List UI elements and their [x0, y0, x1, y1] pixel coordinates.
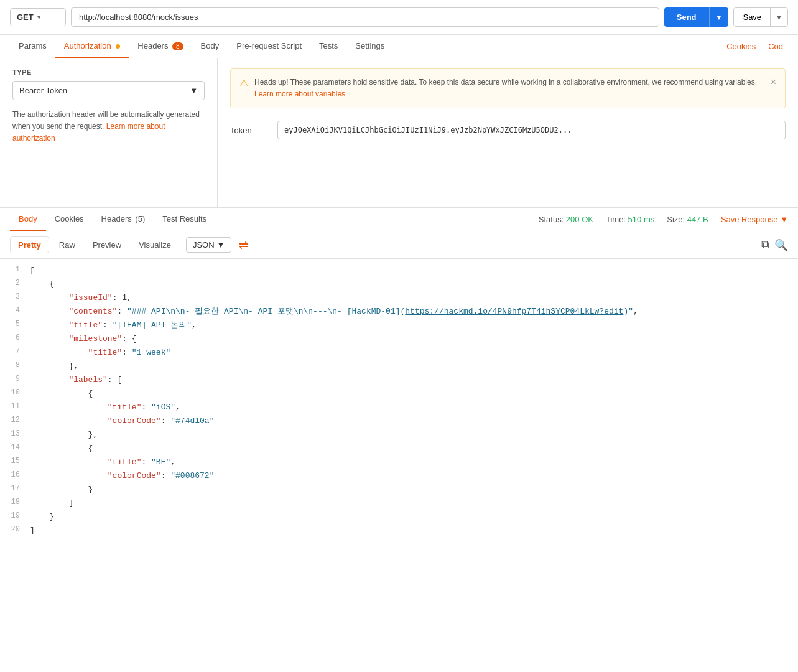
cookies-link[interactable]: Cookies: [721, 35, 761, 57]
json-number: 1: [122, 293, 127, 302]
tab-authorization[interactable]: Authorization: [55, 35, 129, 58]
json-link[interactable]: https://hackmd.io/4PN9hfp7T4ihSYCP04LkLw…: [405, 307, 623, 316]
code-line: 5 "title": "[TEAM] API 논의",: [0, 319, 798, 332]
json-plain: ,: [192, 320, 197, 330]
json-key: "title": [30, 457, 141, 467]
code-line: 8 },: [0, 360, 798, 373]
json-bracket: [: [30, 266, 35, 275]
resp-tab-body[interactable]: Body: [10, 208, 46, 231]
json-plain: :: [161, 416, 171, 426]
auth-left-panel: TYPE Bearer Token ▼ The authorization he…: [0, 58, 218, 207]
send-dropdown-button[interactable]: ▼: [709, 7, 729, 27]
auth-type-select[interactable]: Bearer Token ▼: [12, 81, 205, 100]
line-number: 2: [0, 278, 30, 291]
method-chevron-icon: ▼: [36, 14, 42, 21]
json-key: "issueId": [30, 293, 113, 302]
auth-right-panel: ⚠ Heads up! These parameters hold sensit…: [218, 58, 798, 207]
format-bar: Pretty Raw Preview Visualize JSON ▼ ⇌ ⧉ …: [0, 231, 798, 259]
alert-learn-more-link[interactable]: Learn more about variables: [254, 90, 345, 98]
tab-settings[interactable]: Settings: [346, 35, 393, 58]
line-content: "colorCode": "#74d10a": [30, 414, 798, 428]
line-number: 9: [0, 373, 30, 387]
line-number: 20: [0, 524, 30, 538]
line-number: 12: [0, 414, 30, 428]
save-dropdown-button[interactable]: ▼: [770, 8, 787, 26]
resp-tab-testresults[interactable]: Test Results: [154, 208, 215, 231]
json-key: "title": [30, 348, 122, 357]
json-string: )": [623, 307, 633, 316]
format-pretty-button[interactable]: Pretty: [10, 236, 49, 253]
method-select[interactable]: GET ▼: [10, 8, 66, 26]
token-input[interactable]: [277, 121, 786, 139]
copy-button[interactable]: ⧉: [761, 238, 769, 252]
code-line: 3 "issueId": 1,: [0, 291, 798, 305]
json-plain: },: [30, 362, 78, 371]
code-link[interactable]: Cod: [763, 35, 788, 57]
top-bar: GET ▼ Send ▼ Save ▼: [0, 0, 798, 35]
line-content: "title": "iOS",: [30, 401, 798, 414]
line-content: {: [30, 387, 798, 401]
tab-tests[interactable]: Tests: [310, 35, 346, 58]
size-value: 447 B: [687, 215, 708, 224]
line-number: 13: [0, 428, 30, 442]
json-plain: :: [113, 293, 123, 302]
line-content: "labels": [: [30, 373, 798, 387]
line-number: 5: [0, 319, 30, 332]
wrap-icon[interactable]: ⇌: [239, 238, 248, 252]
line-content: "issueId": 1,: [30, 291, 798, 305]
line-content: [: [30, 264, 798, 278]
json-plain: ,: [175, 403, 180, 412]
code-line: 16 "colorCode": "#008672": [0, 469, 798, 483]
format-raw-button[interactable]: Raw: [52, 237, 83, 253]
resp-tab-headers[interactable]: Headers (5): [93, 208, 154, 231]
json-plain: }: [30, 512, 54, 521]
method-label: GET: [17, 12, 34, 22]
save-response-button[interactable]: Save Response ▼: [721, 215, 788, 224]
tab-body[interactable]: Body: [192, 35, 228, 58]
tab-prerequest[interactable]: Pre-request Script: [228, 35, 310, 58]
json-plain: ,: [170, 457, 175, 467]
send-button-group: Send ▼: [664, 7, 729, 27]
tab-params[interactable]: Params: [10, 35, 55, 58]
code-area[interactable]: 1[2 {3 "issueId": 1,4 "contents": "### A…: [0, 259, 798, 626]
code-line: 20]: [0, 524, 798, 538]
alert-close-button[interactable]: ×: [771, 77, 776, 88]
json-key: "contents": [30, 307, 117, 316]
save-button[interactable]: Save: [734, 8, 770, 26]
json-plain: : {: [122, 334, 136, 343]
format-actions: ⧉ 🔍: [761, 238, 788, 252]
code-line: 9 "labels": [: [0, 373, 798, 387]
line-number: 7: [0, 346, 30, 360]
auth-dot: [116, 44, 120, 49]
json-key: "colorCode": [30, 471, 161, 480]
alert-icon: ⚠: [239, 77, 248, 89]
line-number: 6: [0, 332, 30, 346]
url-input[interactable]: [71, 7, 659, 27]
line-number: 17: [0, 483, 30, 497]
line-number: 18: [0, 497, 30, 510]
line-content: {: [30, 278, 798, 291]
tab-headers[interactable]: Headers 8: [129, 35, 192, 58]
format-type-select[interactable]: JSON ▼: [186, 237, 232, 253]
line-number: 14: [0, 442, 30, 455]
json-plain: ]: [30, 498, 73, 508]
json-plain: ,: [633, 307, 638, 316]
code-line: 15 "title": "BE",: [0, 455, 798, 469]
alert-banner: ⚠ Heads up! These parameters hold sensit…: [230, 68, 786, 108]
format-visualize-button[interactable]: Visualize: [131, 237, 179, 253]
auth-area: TYPE Bearer Token ▼ The authorization he…: [0, 58, 798, 208]
json-string: "#74d10a": [170, 416, 214, 426]
code-line: 7 "title": "1 week": [0, 346, 798, 360]
alert-text: Heads up! These parameters hold sensitiv…: [254, 77, 764, 100]
send-button[interactable]: Send: [664, 7, 709, 27]
json-string: "### API\n\n- 필요한 API\n- API 포맷\n\n---\n…: [127, 307, 405, 316]
line-number: 1: [0, 264, 30, 278]
line-number: 11: [0, 401, 30, 414]
search-button[interactable]: 🔍: [774, 238, 788, 252]
json-key: "colorCode": [30, 416, 161, 426]
resp-tab-cookies[interactable]: Cookies: [46, 208, 93, 231]
format-preview-button[interactable]: Preview: [85, 237, 129, 253]
line-content: "milestone": {: [30, 332, 798, 346]
code-line: 12 "colorCode": "#74d10a": [0, 414, 798, 428]
json-bracket: ]: [30, 526, 35, 535]
